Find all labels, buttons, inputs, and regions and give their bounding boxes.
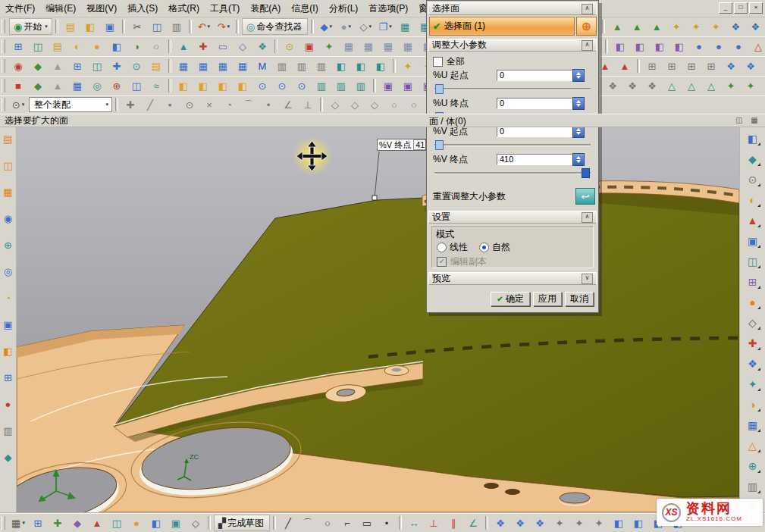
cad-tool[interactable]: ▲ (616, 58, 634, 74)
hole-tool[interactable]: ● (88, 38, 106, 55)
collapse-icon[interactable]: ∧ (582, 40, 593, 51)
cad-tool[interactable]: ⊕ (108, 77, 126, 94)
start-button[interactable]: ◉开始▾ (9, 18, 52, 35)
cad-tool[interactable]: ❖ (746, 18, 764, 35)
cad-tool[interactable]: ▦ (234, 58, 252, 74)
cad-tool[interactable]: ◧ (670, 38, 688, 55)
cad-tool[interactable]: ● (710, 38, 728, 55)
shell-tool[interactable]: ▭ (214, 38, 232, 55)
collapse-icon[interactable]: ∧ (582, 212, 593, 223)
cad-tool[interactable]: ▥ (312, 58, 331, 74)
finish-sketch-button[interactable]: ▞完成草图 (214, 515, 270, 531)
cad-tool[interactable]: ❖ (741, 58, 760, 74)
boss-tool[interactable]: ◐ (744, 192, 762, 208)
thicken-tool[interactable]: ◑ (744, 396, 762, 413)
cad-tool[interactable]: ⊞ (682, 58, 701, 74)
cad-tool[interactable]: ✦ (761, 77, 765, 94)
cad-tool[interactable]: ✦ (399, 58, 417, 74)
hd3d-tools-tab[interactable]: ⊕ (1, 238, 15, 252)
cad-tool[interactable]: ▦ (379, 38, 397, 55)
command-finder[interactable]: ◎命令查找器 (242, 18, 308, 35)
angle-constraint[interactable]: ∠ (464, 515, 482, 531)
cad-tool[interactable]: ❖ (643, 77, 661, 94)
draft-tool[interactable]: ◇ (234, 38, 252, 55)
snap-tangent[interactable]: ⌒ (240, 96, 258, 113)
cad-tool[interactable]: ◫ (127, 77, 146, 94)
group-header-preview[interactable]: 预览 ∨ (428, 272, 597, 285)
cad-tool[interactable]: ≈ (147, 77, 165, 94)
cad-tool[interactable]: ◧ (611, 38, 629, 55)
cad-tool[interactable]: ▦ (214, 58, 232, 74)
perpendicular-constraint[interactable]: ⊥ (425, 515, 443, 531)
cad-tool[interactable]: ▣ (399, 77, 417, 94)
cad-tool[interactable]: ◎ (88, 77, 106, 94)
cad-tool[interactable]: ● (690, 38, 708, 55)
cad-tool[interactable]: ◉ (9, 58, 27, 74)
cad-tool[interactable]: △ (663, 77, 681, 94)
copy[interactable]: ◫ (148, 18, 166, 35)
cad-tool[interactable]: ● (729, 38, 748, 55)
v-end-slider[interactable] (434, 168, 591, 177)
chamfer-tool[interactable]: ⊞ (744, 274, 762, 290)
open-file[interactable]: ◧ (81, 18, 99, 35)
cad-tool[interactable]: ❖ (531, 515, 549, 531)
extrude-tool[interactable]: ▤ (49, 38, 67, 55)
cad-tool[interactable]: ▦ (194, 58, 212, 74)
cad-tool[interactable]: ▥ (293, 58, 311, 74)
group-header-settings[interactable]: 设置 ∧ (428, 211, 597, 224)
edit-copy-checkbox[interactable]: ✔ 编辑副本 (437, 255, 487, 268)
replace-face-tool[interactable]: ⊕ (744, 458, 762, 474)
cad-tool[interactable]: ▦ (359, 38, 378, 55)
cad-tool[interactable]: ● (127, 515, 146, 531)
cad-tool[interactable]: ✦ (570, 515, 588, 531)
menu-info[interactable]: 信息(I) (286, 0, 323, 17)
cad-tool[interactable]: ⊞ (702, 58, 720, 74)
menu-analysis[interactable]: 分析(L) (324, 0, 364, 17)
snap-perpendicular[interactable]: ⊥ (299, 96, 317, 113)
history-palette-tab[interactable]: ◔ (1, 291, 15, 305)
cad-tool[interactable]: ◫ (108, 515, 126, 531)
reset-button[interactable]: ↩ (575, 188, 595, 205)
slider-thumb[interactable] (435, 140, 444, 150)
type-filter[interactable]: ⊙▾ (9, 96, 27, 113)
pad-tool[interactable]: ▣ (744, 233, 762, 249)
cad-tool[interactable]: ❖ (722, 58, 740, 74)
cad-tool[interactable]: ❖ (623, 77, 641, 94)
cad-tool[interactable]: ⊙ (253, 77, 271, 94)
cue-grid-icon[interactable]: ▦ (748, 114, 761, 127)
cad-tool[interactable]: ▲ (628, 18, 646, 35)
cad-tool[interactable]: ◧ (234, 77, 252, 94)
expand-icon[interactable]: ∨ (582, 274, 593, 284)
snap-midpoint[interactable]: ▪ (161, 96, 179, 113)
undo[interactable]: ↶▾ (195, 18, 213, 35)
group-header-select-face[interactable]: 选择面 ∧ (428, 2, 597, 15)
cad-tool[interactable]: ▣ (167, 515, 185, 531)
cad-tool[interactable]: ▦ (396, 18, 414, 35)
cue-pane-icon[interactable]: ◫ (732, 114, 746, 127)
u-start-slider[interactable] (434, 84, 591, 93)
cad-tool[interactable]: ⊞ (663, 58, 681, 74)
cad-tool[interactable]: ◇ (187, 515, 205, 531)
parallel-constraint[interactable]: ∥ (444, 515, 462, 531)
cad-tool[interactable]: ⊞ (68, 58, 86, 74)
hole-tool[interactable]: ⊙ (744, 171, 762, 188)
blend-tool[interactable]: ▲ (174, 38, 193, 55)
redo[interactable]: ↷▾ (215, 18, 233, 35)
collapse-icon[interactable]: ∧ (582, 4, 593, 14)
cad-tool[interactable]: ▦ (68, 77, 86, 94)
v-start-slider[interactable] (434, 140, 591, 149)
v-end-spinner[interactable] (572, 153, 585, 166)
cad-tool[interactable]: ◧ (629, 515, 647, 531)
u-start-input[interactable] (497, 70, 572, 81)
layout-tool[interactable]: ⊞ (29, 515, 47, 531)
paste[interactable]: ▥ (168, 18, 186, 35)
cad-tool[interactable]: ⊙ (273, 77, 291, 94)
cad-tool[interactable]: ✚ (108, 58, 126, 74)
cad-tool[interactable]: ✦ (550, 515, 569, 531)
profile-tool[interactable]: ╱ (279, 515, 297, 531)
cad-tool[interactable]: ⊙ (127, 58, 146, 74)
shell-tool[interactable]: ● (744, 294, 762, 311)
cancel-button[interactable]: 取消 (565, 292, 594, 306)
menu-insert[interactable]: 插入(S) (122, 0, 163, 17)
cad-tool[interactable]: ▥ (312, 77, 331, 94)
